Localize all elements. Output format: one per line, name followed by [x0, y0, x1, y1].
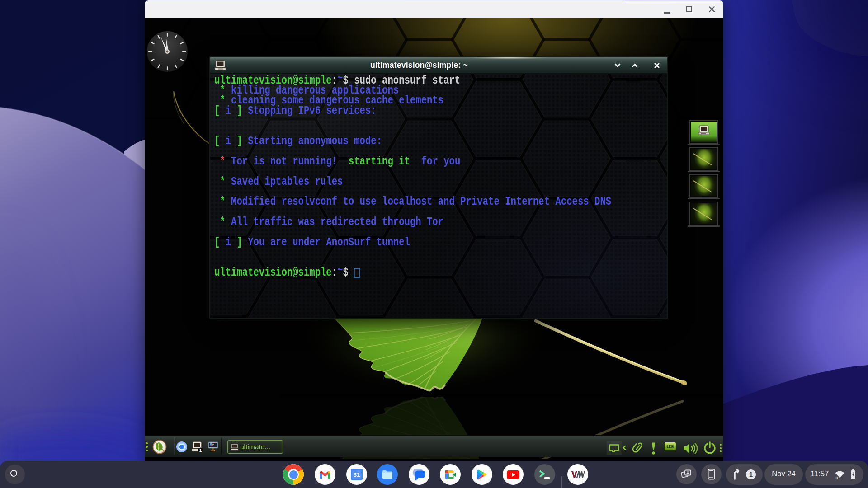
svg-text:31: 31 [353, 471, 360, 478]
svg-text:D: D [836, 476, 838, 479]
svg-text:1: 1 [199, 448, 202, 453]
